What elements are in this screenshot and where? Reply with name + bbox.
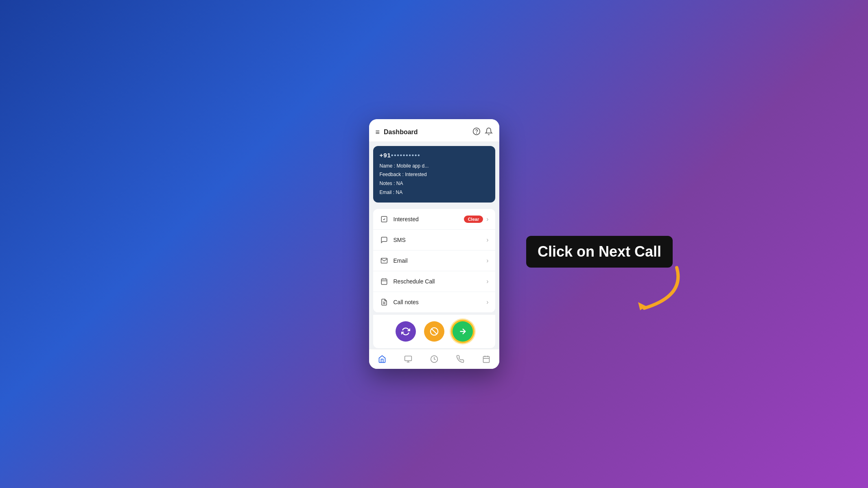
email-icon	[380, 256, 389, 265]
callnotes-icon	[380, 298, 389, 307]
action-item-left: Interested	[380, 215, 419, 224]
reschedule-label: Reschedule Call	[394, 278, 435, 285]
phone-number: +91••••••••••	[380, 152, 489, 159]
header-icons	[472, 127, 493, 137]
nav-home[interactable]	[375, 353, 389, 365]
tooltip-container: Click on Next Call	[526, 236, 673, 268]
action-item-sms[interactable]: SMS ›	[373, 230, 495, 251]
phone-container: ≡ Dashboard +91••••••••••	[369, 119, 499, 369]
clear-badge[interactable]: Clear	[464, 216, 483, 223]
tooltip-box: Click on Next Call	[526, 236, 673, 268]
contact-feedback: Feedback : Interested	[380, 170, 489, 179]
reschedule-icon	[380, 277, 389, 286]
header-left: ≡ Dashboard	[376, 128, 418, 137]
nav-calls[interactable]	[453, 353, 468, 365]
action-item-email[interactable]: Email ›	[373, 251, 495, 271]
annotation-arrow	[620, 264, 685, 312]
contact-email: Email : NA	[380, 188, 489, 197]
email-arrow-icon: ›	[486, 257, 488, 264]
sms-left: SMS	[380, 235, 406, 244]
next-call-button[interactable]	[453, 321, 473, 342]
notification-icon[interactable]	[485, 127, 493, 137]
svg-point-2	[476, 133, 477, 133]
interested-label: Interested	[394, 216, 419, 222]
action-item-right: Clear ›	[464, 216, 489, 223]
callnotes-arrow-icon: ›	[486, 298, 488, 306]
contact-name: Name : Mobile app d...	[380, 162, 489, 171]
interested-icon	[380, 215, 389, 224]
status-bar	[369, 119, 499, 123]
callnotes-left: Call notes	[380, 298, 419, 307]
svg-rect-13	[404, 356, 411, 361]
contact-card: +91•••••••••• Name : Mobile app d... Fee…	[373, 146, 495, 203]
bottom-navigation	[369, 349, 499, 369]
bottom-actions	[373, 315, 495, 348]
sms-arrow-icon: ›	[486, 236, 488, 244]
reschedule-arrow-icon: ›	[486, 278, 488, 285]
nav-history[interactable]	[427, 353, 442, 365]
reschedule-left: Reschedule Call	[380, 277, 435, 286]
callnotes-right: ›	[486, 298, 488, 306]
nav-calendar[interactable]	[479, 353, 494, 365]
email-right: ›	[486, 257, 488, 264]
email-left: Email	[380, 256, 408, 265]
app-header: ≡ Dashboard	[369, 123, 499, 142]
action-item-reschedule[interactable]: Reschedule Call ›	[373, 271, 495, 292]
sms-label: SMS	[394, 237, 406, 243]
svg-rect-17	[483, 357, 489, 363]
next-call-button-wrapper	[453, 321, 473, 342]
reschedule-right: ›	[486, 278, 488, 285]
contact-info: Name : Mobile app d... Feedback : Intere…	[380, 162, 489, 197]
contact-notes: Notes : NA	[380, 179, 489, 188]
sms-right: ›	[486, 236, 488, 244]
action-item-callnotes[interactable]: Call notes ›	[373, 292, 495, 312]
svg-line-11	[431, 329, 437, 334]
phone-blur: ••••••••••	[391, 152, 421, 159]
action-list: Interested Clear › SMS ›	[373, 209, 495, 312]
sms-icon	[380, 235, 389, 244]
cancel-button[interactable]	[424, 321, 444, 342]
action-item-interested[interactable]: Interested Clear ›	[373, 209, 495, 230]
nav-leads[interactable]	[401, 353, 415, 365]
hamburger-icon[interactable]: ≡	[376, 128, 380, 137]
page-title: Dashboard	[384, 129, 418, 136]
interested-arrow-icon: ›	[486, 216, 488, 223]
svg-rect-4	[381, 279, 387, 285]
email-label: Email	[394, 257, 408, 264]
callnotes-label: Call notes	[394, 299, 419, 305]
support-icon[interactable]	[472, 127, 481, 137]
refresh-button[interactable]	[396, 321, 416, 342]
